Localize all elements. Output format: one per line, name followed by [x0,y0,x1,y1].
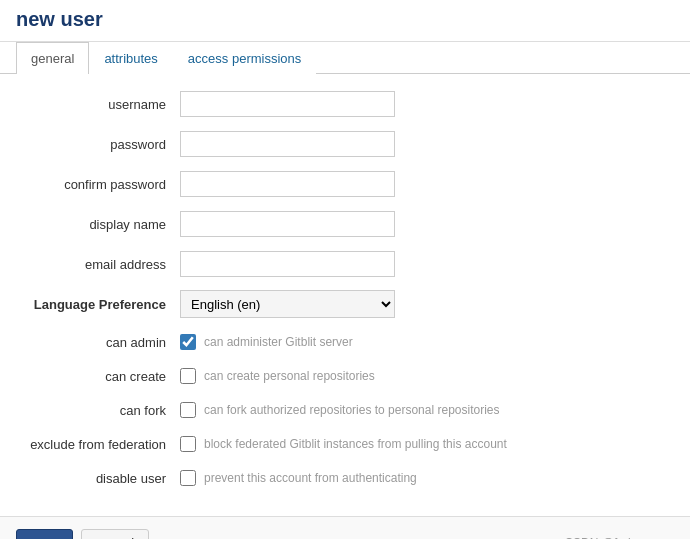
page-header: new user [0,0,690,42]
confirm-password-label: confirm password [20,177,180,192]
tab-bar: general attributes access permissions [0,42,690,74]
confirm-password-input[interactable] [180,171,395,197]
password-row: password [20,130,670,158]
email-address-input[interactable] [180,251,395,277]
language-row: Language Preference English (en) [20,290,670,318]
exclude-federation-label: exclude from federation [20,437,180,452]
can-create-row: can create can create personal repositor… [20,364,670,388]
can-create-desc: can create personal repositories [204,369,375,383]
can-fork-row: can fork can fork authorized repositorie… [20,398,670,422]
username-input[interactable] [180,91,395,117]
tab-general[interactable]: general [16,42,89,74]
can-fork-area: can fork authorized repositories to pers… [180,402,500,418]
exclude-federation-row: exclude from federation block federated … [20,432,670,456]
cancel-button[interactable]: cancel [81,529,149,539]
footer-bar: save cancel CSDN @fedorayang [0,516,690,539]
can-fork-label: can fork [20,403,180,418]
username-row: username [20,90,670,118]
footer-buttons: save cancel [16,529,149,539]
can-admin-area: can administer Gitblit server [180,334,353,350]
email-address-row: email address [20,250,670,278]
can-create-area: can create personal repositories [180,368,375,384]
tab-access-permissions[interactable]: access permissions [173,42,316,74]
display-name-input[interactable] [180,211,395,237]
can-admin-checkbox[interactable] [180,334,196,350]
disable-user-area: prevent this account from authenticating [180,470,417,486]
password-label: password [20,137,180,152]
can-create-checkbox[interactable] [180,368,196,384]
display-name-label: display name [20,217,180,232]
display-name-row: display name [20,210,670,238]
can-admin-desc: can administer Gitblit server [204,335,353,349]
save-button[interactable]: save [16,529,73,539]
password-input[interactable] [180,131,395,157]
username-label: username [20,97,180,112]
confirm-password-row: confirm password [20,170,670,198]
exclude-federation-checkbox[interactable] [180,436,196,452]
tab-attributes[interactable]: attributes [89,42,172,74]
page-title: new user [16,8,103,30]
can-fork-desc: can fork authorized repositories to pers… [204,403,500,417]
email-address-label: email address [20,257,180,272]
disable-user-row: disable user prevent this account from a… [20,466,670,490]
exclude-federation-desc: block federated Gitblit instances from p… [204,437,507,451]
form-area: username password confirm password displ… [0,74,690,516]
can-admin-row: can admin can administer Gitblit server [20,330,670,354]
can-admin-label: can admin [20,335,180,350]
language-label: Language Preference [20,297,180,312]
footer-credit: CSDN @fedorayang [564,536,674,540]
disable-user-label: disable user [20,471,180,486]
exclude-federation-area: block federated Gitblit instances from p… [180,436,507,452]
disable-user-checkbox[interactable] [180,470,196,486]
main-content: general attributes access permissions us… [0,42,690,516]
can-fork-checkbox[interactable] [180,402,196,418]
can-create-label: can create [20,369,180,384]
disable-user-desc: prevent this account from authenticating [204,471,417,485]
language-select[interactable]: English (en) [180,290,395,318]
